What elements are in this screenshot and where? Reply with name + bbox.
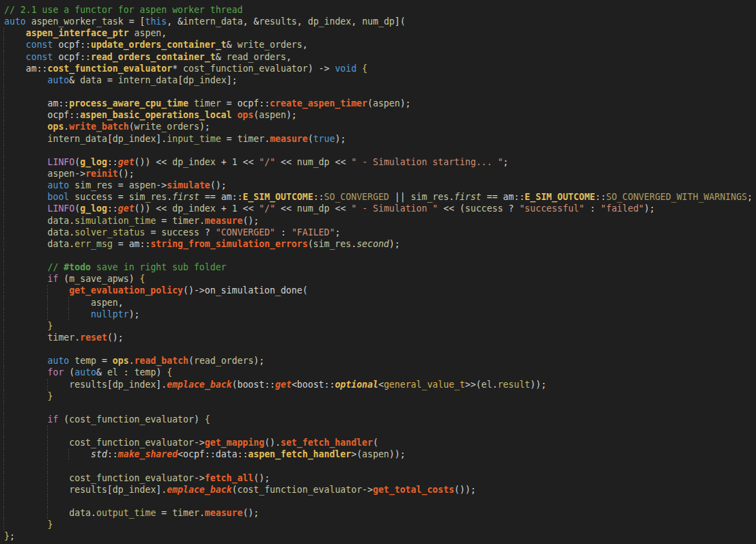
- code-line[interactable]: [4, 145, 756, 156]
- code-line[interactable]: results[dp_index].emplace_back(boost::ge…: [4, 379, 756, 390]
- code-line[interactable]: std::make_shared<ocpf::data::aspen_fetch…: [4, 448, 756, 460]
- code-line[interactable]: LINFO(g_log::get()) << dp_index + 1 << "…: [4, 203, 756, 214]
- code-line[interactable]: // 2.1 use a functor for aspen worker th…: [4, 4, 756, 16]
- token-var: aspen: [362, 449, 389, 459]
- token-text: [4, 508, 69, 518]
- code-line[interactable]: data.simulation_time = timer.measure();: [4, 215, 756, 227]
- code-line[interactable]: auto sim_res = aspen->simulate();: [4, 180, 756, 191]
- indent-guide: [3, 261, 4, 273]
- token-text: ->: [362, 485, 373, 495]
- code-line[interactable]: bool success = sim_res.first == am::E_SI…: [4, 191, 756, 203]
- token-func: get_mapping: [205, 438, 264, 448]
- token-text: ();: [118, 169, 135, 179]
- token-var: aspen: [91, 298, 118, 308]
- code-line[interactable]: // #todo save in right sub folder: [4, 261, 756, 273]
- code-line[interactable]: }: [4, 390, 756, 402]
- code-line[interactable]: ops.write_batch(write_orders);: [4, 121, 756, 132]
- token-type: g_log: [80, 157, 107, 167]
- code-line[interactable]: aspen->reinit();: [4, 168, 756, 180]
- code-line[interactable]: data.err_msg = am::string_from_simulatio…: [4, 238, 756, 250]
- token-text: [: [107, 134, 113, 144]
- code-line[interactable]: auto aspen_worker_task = [this, &intern_…: [4, 16, 756, 27]
- token-func: read_batch: [135, 356, 188, 366]
- token-func: simulate: [167, 180, 210, 190]
- token-text: ()) <<: [135, 157, 173, 167]
- code-line[interactable]: intern_data[dp_index].input_time = timer…: [4, 133, 756, 145]
- code-line[interactable]: };: [4, 530, 756, 542]
- token-var: dp_index: [172, 157, 216, 167]
- code-editor[interactable]: // 2.1 use a functor for aspen worker th…: [0, 0, 756, 544]
- code-line[interactable]: [4, 86, 756, 98]
- code-line[interactable]: const ocpf::update_orders_container_t& w…: [4, 39, 756, 51]
- code-line[interactable]: cost_function_evaluator->fetch_all();: [4, 472, 756, 484]
- token-text: (: [308, 134, 313, 144]
- token-var: aspen_worker_task: [31, 16, 124, 27]
- code-line[interactable]: [4, 496, 756, 507]
- code-line[interactable]: results[dp_index].emplace_back(cost_func…: [4, 484, 756, 496]
- code-line[interactable]: for (auto& el : temp) {: [4, 367, 756, 378]
- code-line[interactable]: data.solver_status = success ? "CONVERGE…: [4, 227, 756, 238]
- token-var: el: [107, 367, 118, 377]
- indent-guide: [3, 414, 4, 425]
- token-type-italic: optional: [335, 380, 378, 390]
- token-string: "FAILED": [292, 227, 335, 238]
- token-text: [4, 169, 48, 179]
- token-text: &: [96, 367, 107, 377]
- token-number: 1: [232, 203, 238, 214]
- token-text: [: [178, 75, 183, 85]
- token-text: [4, 414, 48, 425]
- token-type: E_SIM_OUTCOME: [242, 192, 313, 202]
- token-var: dp_index: [113, 380, 156, 390]
- token-text: =: [113, 192, 129, 202]
- token-text: [4, 203, 48, 214]
- token-text: am::: [4, 98, 69, 109]
- code-line[interactable]: const ocpf::read_orders_container_t& rea…: [4, 51, 756, 63]
- code-line[interactable]: data.output_time = timer.measure();: [4, 507, 756, 519]
- token-func: measure: [270, 134, 308, 144]
- token-var: write_orders: [237, 40, 302, 50]
- code-line[interactable]: aspen_interface_ptr aspen,: [4, 27, 756, 39]
- code-line[interactable]: [4, 250, 756, 261]
- indent-guide: [3, 51, 4, 63]
- code-line[interactable]: ocpf::aspen_basic_operations_local ops(a…: [4, 109, 756, 121]
- code-line[interactable]: [4, 425, 756, 437]
- code-line[interactable]: am::process_aware_cpu_time timer = ocpf:…: [4, 98, 756, 109]
- code-line[interactable]: if (cost_function_evaluator) {: [4, 414, 756, 425]
- token-string: "/": [259, 203, 275, 214]
- indent-guide: [3, 86, 4, 98]
- token-var: timer: [48, 332, 75, 343]
- code-line[interactable]: nullptr);: [4, 309, 756, 320]
- code-line[interactable]: cost_function_evaluator->get_mapping().s…: [4, 437, 756, 448]
- token-var: success: [74, 192, 113, 202]
- token-text: [4, 298, 91, 308]
- code-line[interactable]: LINFO(g_log::get()) << dp_index + 1 << "…: [4, 156, 756, 168]
- code-line[interactable]: auto& data = intern_data[dp_index];: [4, 74, 756, 86]
- indent-guide: [3, 309, 4, 320]
- token-text: .: [264, 134, 270, 144]
- token-member: output_time: [96, 508, 156, 518]
- token-comment: //: [48, 262, 64, 272]
- indent-guide: [3, 507, 4, 519]
- token-var: results: [69, 485, 107, 495]
- token-var: intern_data: [48, 134, 107, 144]
- token-text: [4, 28, 26, 38]
- code-line[interactable]: [4, 460, 756, 472]
- token-var: timer: [237, 134, 264, 144]
- token-func: string_from_simulation_errors: [150, 239, 307, 249]
- code-line[interactable]: aspen,: [4, 297, 756, 309]
- code-line[interactable]: get_evaluation_policy()->on_simulation_d…: [4, 285, 756, 296]
- code-line[interactable]: auto temp = ops.read_batch(read_orders);: [4, 355, 756, 367]
- code-line[interactable]: }: [4, 519, 756, 530]
- token-text: <<: [275, 203, 297, 214]
- code-line[interactable]: [4, 343, 756, 355]
- indent-guide: [47, 484, 48, 496]
- token-var: data: [48, 227, 70, 238]
- code-line[interactable]: if (m_save_apws) {: [4, 273, 756, 285]
- code-line[interactable]: timer.reset();: [4, 332, 756, 343]
- code-line[interactable]: [4, 402, 756, 414]
- token-type: aspen_interface_ptr: [26, 28, 129, 38]
- code-line[interactable]: am::cost_function_evaluator* cost_functi…: [4, 63, 756, 74]
- token-text: );: [253, 356, 264, 366]
- code-line[interactable]: }: [4, 320, 756, 332]
- token-text: (: [188, 356, 194, 366]
